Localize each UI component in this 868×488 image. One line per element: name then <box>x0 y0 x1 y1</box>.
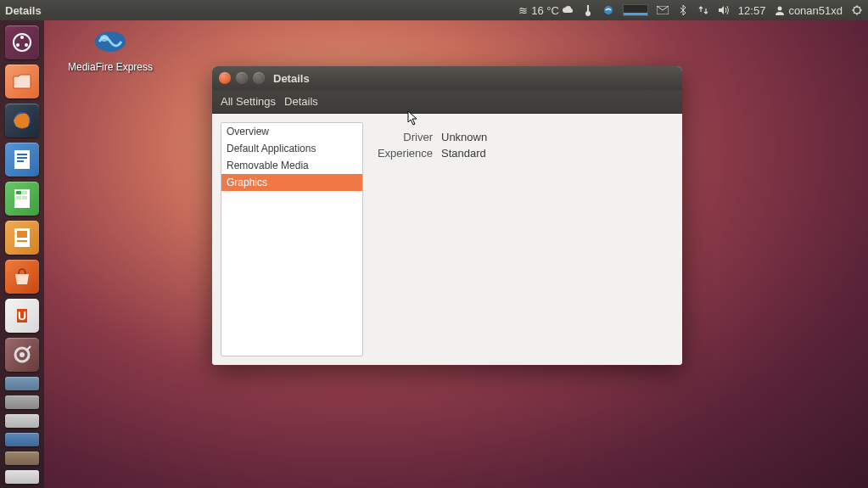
svg-text:U: U <box>18 309 26 323</box>
launcher-stack-5[interactable] <box>3 450 41 467</box>
weather-indicator[interactable]: ≋ 16 °C <box>517 4 574 17</box>
launcher: U <box>0 20 44 488</box>
launcher-stack-1[interactable] <box>3 375 41 392</box>
network-icon[interactable] <box>697 4 709 16</box>
session-icon[interactable] <box>851 4 863 16</box>
svg-point-9 <box>25 43 28 47</box>
svg-point-5 <box>854 7 860 14</box>
svg-rect-17 <box>22 191 27 194</box>
bluetooth-icon[interactable] <box>677 4 689 16</box>
breadcrumb-toolbar: All Settings Details <box>212 90 682 114</box>
user-label: conan51xd <box>788 4 843 17</box>
details-window: Details All Settings Details Overview De… <box>212 66 682 365</box>
desktop-icon-label: MediaFire Express <box>59 61 161 73</box>
launcher-firefox[interactable] <box>3 102 41 139</box>
mail-icon[interactable] <box>657 4 669 16</box>
svg-rect-13 <box>17 157 27 159</box>
cpu-graph[interactable] <box>623 4 648 16</box>
detail-key: Experience <box>373 147 433 160</box>
category-sidebar: Overview Default Applications Removable … <box>221 122 363 356</box>
svg-rect-21 <box>17 231 27 238</box>
maximize-button[interactable] <box>253 72 265 84</box>
breadcrumb-current: Details <box>284 95 318 108</box>
titlebar[interactable]: Details <box>212 66 682 90</box>
user-icon <box>774 4 786 16</box>
clock[interactable]: 12:57 <box>738 4 766 17</box>
launcher-stack-2[interactable] <box>3 394 41 411</box>
svg-point-25 <box>20 352 25 357</box>
svg-rect-12 <box>17 154 27 155</box>
svg-point-27 <box>100 35 109 42</box>
svg-rect-18 <box>16 196 21 199</box>
detail-row-experience: Experience Standard <box>373 147 669 160</box>
svg-rect-16 <box>16 191 21 194</box>
mediafire-icon <box>90 25 131 58</box>
detail-value: Unknown <box>441 131 487 143</box>
sidebar-item-overview[interactable]: Overview <box>221 123 362 140</box>
minimize-button[interactable] <box>236 72 248 84</box>
svg-rect-19 <box>22 196 27 199</box>
svg-rect-11 <box>14 150 30 169</box>
thermometer-icon[interactable] <box>582 4 594 16</box>
launcher-files[interactable] <box>3 63 41 100</box>
breadcrumb-all-settings[interactable]: All Settings <box>221 95 276 108</box>
active-app-title: Details <box>5 4 42 17</box>
launcher-settings[interactable] <box>3 336 41 373</box>
svg-rect-0 <box>587 5 589 12</box>
detail-value: Standard <box>441 147 486 160</box>
launcher-calc[interactable] <box>3 180 41 217</box>
launcher-software-center[interactable] <box>3 258 41 295</box>
cloud-icon <box>562 4 574 16</box>
sidebar-item-removable-media[interactable]: Removable Media <box>221 157 362 174</box>
svg-rect-14 <box>17 160 24 162</box>
svg-point-2 <box>604 6 613 14</box>
indicator-area: ≋ 16 °C 12:57 conan51 <box>517 4 863 17</box>
window-content: Overview Default Applications Removable … <box>212 114 682 365</box>
launcher-stack-3[interactable] <box>3 412 41 429</box>
sync-icon[interactable] <box>602 4 614 16</box>
sidebar-item-default-apps[interactable]: Default Applications <box>221 140 362 157</box>
desktop-icon-mediafire[interactable]: MediaFire Express <box>59 25 161 73</box>
sidebar-item-graphics[interactable]: Graphics <box>221 174 362 191</box>
svg-point-7 <box>20 36 24 39</box>
svg-rect-22 <box>17 240 27 242</box>
launcher-writer[interactable] <box>3 141 41 178</box>
detail-row-driver: Driver Unknown <box>373 131 669 143</box>
weather-icon: ≋ <box>517 4 529 16</box>
window-title: Details <box>273 72 310 85</box>
svg-point-4 <box>778 7 782 11</box>
close-button[interactable] <box>219 72 231 84</box>
volume-icon[interactable] <box>718 4 730 16</box>
launcher-ubuntu-one[interactable]: U <box>3 297 41 334</box>
svg-point-1 <box>585 11 591 16</box>
user-menu[interactable]: conan51xd <box>774 4 843 17</box>
svg-point-8 <box>16 43 20 47</box>
launcher-impress[interactable] <box>3 219 41 256</box>
top-panel: Details ≋ 16 °C 12:57 <box>0 0 868 20</box>
launcher-dash[interactable] <box>3 24 41 61</box>
weather-text: 16 °C <box>531 4 559 17</box>
launcher-stack-4[interactable] <box>3 431 41 448</box>
launcher-stack-6[interactable] <box>3 468 41 485</box>
detail-key: Driver <box>373 131 433 143</box>
detail-pane: Driver Unknown Experience Standard <box>368 122 674 356</box>
